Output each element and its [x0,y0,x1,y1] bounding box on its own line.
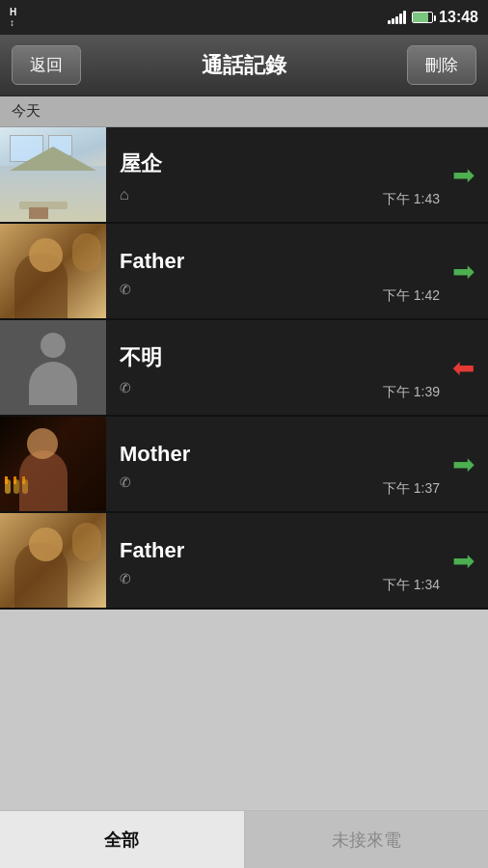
call-arrow-out-1: ➡ [452,159,474,191]
call-info-3: 不明 ✆ 下午 1:39 ⬅ [106,320,488,415]
call-thumb-4 [0,417,106,513]
status-bar-left: H↕ [10,7,382,28]
thumb-mother-img [0,417,106,513]
call-thumb-1 [0,127,106,224]
call-time-4: 下午 1:37 [383,480,440,498]
call-info-1: 屋企 ⌂ 下午 1:43 ➡ [106,127,488,222]
silhouette-head [41,333,66,358]
silhouette-body [29,362,77,405]
call-thumb-3 [0,320,106,417]
call-time-1: 下午 1:43 [383,191,440,208]
home-icon: ⌂ [120,186,129,203]
call-info-4: Mother ✆ 下午 1:37 ➡ [106,417,488,511]
call-name-2: Father [120,249,478,274]
title-bar: 返回 通話記錄 刪除 [0,35,488,96]
call-arrow-in-3: ⬅ [452,352,474,384]
call-item-5[interactable]: Father ✆ 下午 1:34 ➡ [0,513,488,610]
call-thumb-2 [0,224,106,320]
page-title: 通話記錄 [202,51,286,80]
signal-bars [388,11,406,24]
status-bar: H↕ 13:48 [0,0,488,35]
status-time: 13:48 [439,9,478,26]
call-name-3: 不明 [120,343,478,372]
battery-fill [413,13,428,22]
thumb-father-img [0,224,106,320]
silhouette [24,333,82,405]
section-header: 今天 [0,96,488,127]
thumb-father2-img [0,513,106,610]
phone-icon-5: ✆ [120,571,131,586]
bar4 [399,14,402,24]
call-list: 屋企 ⌂ 下午 1:43 ➡ Father ✆ 下午 1:42 ➡ [0,127,488,610]
call-arrow-out-4: ➡ [452,448,474,480]
call-name-5: Father [120,538,478,563]
sync-icon: H↕ [10,7,16,28]
call-name-4: Mother [120,442,478,467]
bar3 [395,16,398,24]
bar2 [392,18,394,24]
call-arrow-out-5: ➡ [452,545,474,577]
bar5 [403,11,406,24]
call-time-2: 下午 1:42 [383,287,440,305]
tab-missed[interactable]: 未接來電 [245,811,489,868]
call-arrow-out-2: ➡ [452,256,474,287]
call-item-2[interactable]: Father ✆ 下午 1:42 ➡ [0,224,488,320]
call-name-1: 屋企 [120,149,478,178]
tab-all[interactable]: 全部 [0,811,245,868]
call-item-3[interactable]: 不明 ✆ 下午 1:39 ⬅ [0,320,488,417]
phone-icon-2: ✆ [120,282,131,297]
call-info-2: Father ✆ 下午 1:42 ➡ [106,224,488,318]
tab-all-label: 全部 [104,828,139,852]
back-button[interactable]: 返回 [12,45,81,85]
phone-icon-3: ✆ [120,380,131,395]
call-time-3: 下午 1:39 [383,384,440,401]
call-item[interactable]: 屋企 ⌂ 下午 1:43 ➡ [0,127,488,224]
tab-missed-label: 未接來電 [332,828,401,852]
thumb-home-img [0,127,106,224]
bottom-tabs: 全部 未接來電 [0,810,488,868]
delete-button[interactable]: 刪除 [407,45,476,85]
call-info-5: Father ✆ 下午 1:34 ➡ [106,513,488,608]
call-thumb-5 [0,513,106,610]
call-time-5: 下午 1:34 [383,577,440,594]
bar1 [388,20,391,24]
phone-icon-4: ✆ [120,475,131,490]
battery-icon [412,12,433,23]
call-item-4[interactable]: Mother ✆ 下午 1:37 ➡ [0,417,488,513]
